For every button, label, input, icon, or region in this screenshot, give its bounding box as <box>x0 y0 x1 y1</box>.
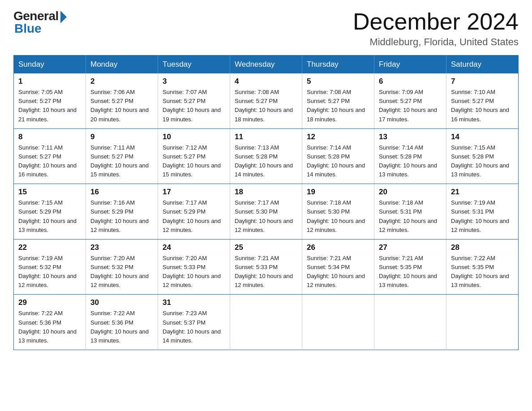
calendar-day-header: Monday <box>86 56 158 74</box>
calendar-week-row: 22 Sunrise: 7:19 AM Sunset: 5:32 PM Dayl… <box>14 239 519 295</box>
page-header: General Blue December 2024 Middleburg, F… <box>13 9 519 48</box>
day-info: Sunrise: 7:12 AM Sunset: 5:27 PM Dayligh… <box>163 143 225 180</box>
day-info: Sunrise: 7:20 AM Sunset: 5:33 PM Dayligh… <box>163 254 225 290</box>
calendar-cell: 4 Sunrise: 7:08 AM Sunset: 5:27 PM Dayli… <box>230 73 302 128</box>
calendar-day-header: Friday <box>374 56 446 74</box>
calendar-cell: 8 Sunrise: 7:11 AM Sunset: 5:27 PM Dayli… <box>14 128 86 184</box>
calendar-cell: 3 Sunrise: 7:07 AM Sunset: 5:27 PM Dayli… <box>158 73 230 128</box>
day-info: Sunrise: 7:08 AM Sunset: 5:27 PM Dayligh… <box>235 88 297 124</box>
day-info: Sunrise: 7:08 AM Sunset: 5:27 PM Dayligh… <box>307 88 369 124</box>
day-info: Sunrise: 7:16 AM Sunset: 5:29 PM Dayligh… <box>90 198 153 235</box>
day-number: 5 <box>307 77 369 86</box>
day-number: 1 <box>18 77 81 86</box>
calendar-cell: 23 Sunrise: 7:20 AM Sunset: 5:32 PM Dayl… <box>86 239 158 295</box>
day-number: 27 <box>379 243 442 252</box>
calendar-cell: 17 Sunrise: 7:17 AM Sunset: 5:29 PM Dayl… <box>158 184 230 240</box>
day-number: 12 <box>307 133 369 141</box>
title-block: December 2024 Middleburg, Florida, Unite… <box>353 9 519 48</box>
day-info: Sunrise: 7:05 AM Sunset: 5:27 PM Dayligh… <box>18 88 81 124</box>
day-info: Sunrise: 7:10 AM Sunset: 5:27 PM Dayligh… <box>451 88 514 124</box>
calendar-cell: 13 Sunrise: 7:14 AM Sunset: 5:28 PM Dayl… <box>374 128 446 184</box>
day-info: Sunrise: 7:19 AM Sunset: 5:31 PM Dayligh… <box>451 198 514 235</box>
calendar-cell: 1 Sunrise: 7:05 AM Sunset: 5:27 PM Dayli… <box>14 73 86 128</box>
day-number: 24 <box>163 243 225 252</box>
day-info: Sunrise: 7:22 AM Sunset: 5:35 PM Dayligh… <box>451 254 514 290</box>
calendar-day-header: Wednesday <box>230 56 302 74</box>
day-info: Sunrise: 7:21 AM Sunset: 5:34 PM Dayligh… <box>307 254 369 290</box>
day-number: 23 <box>90 243 153 252</box>
day-info: Sunrise: 7:17 AM Sunset: 5:29 PM Dayligh… <box>163 198 225 235</box>
day-number: 31 <box>163 298 225 307</box>
day-number: 8 <box>18 133 81 141</box>
day-number: 4 <box>235 77 297 86</box>
day-number: 28 <box>451 243 514 252</box>
calendar-cell: 27 Sunrise: 7:21 AM Sunset: 5:35 PM Dayl… <box>374 239 446 295</box>
calendar-cell: 28 Sunrise: 7:22 AM Sunset: 5:35 PM Dayl… <box>446 239 519 295</box>
calendar-cell: 19 Sunrise: 7:18 AM Sunset: 5:30 PM Dayl… <box>302 184 374 240</box>
day-info: Sunrise: 7:23 AM Sunset: 5:37 PM Dayligh… <box>163 309 225 345</box>
day-number: 30 <box>90 298 153 307</box>
calendar-week-row: 15 Sunrise: 7:15 AM Sunset: 5:29 PM Dayl… <box>14 184 519 240</box>
day-number: 29 <box>18 298 81 307</box>
day-info: Sunrise: 7:22 AM Sunset: 5:36 PM Dayligh… <box>90 309 153 345</box>
calendar-cell: 9 Sunrise: 7:11 AM Sunset: 5:27 PM Dayli… <box>86 128 158 184</box>
calendar-cell: 18 Sunrise: 7:17 AM Sunset: 5:30 PM Dayl… <box>230 184 302 240</box>
calendar-cell: 20 Sunrise: 7:18 AM Sunset: 5:31 PM Dayl… <box>374 184 446 240</box>
day-number: 20 <box>379 188 442 197</box>
calendar-cell: 22 Sunrise: 7:19 AM Sunset: 5:32 PM Dayl… <box>14 239 86 295</box>
calendar-cell: 2 Sunrise: 7:06 AM Sunset: 5:27 PM Dayli… <box>86 73 158 128</box>
calendar-week-row: 29 Sunrise: 7:22 AM Sunset: 5:36 PM Dayl… <box>14 295 519 350</box>
day-number: 3 <box>163 77 225 86</box>
day-number: 6 <box>379 77 442 86</box>
day-info: Sunrise: 7:14 AM Sunset: 5:28 PM Dayligh… <box>307 143 369 180</box>
calendar-cell: 7 Sunrise: 7:10 AM Sunset: 5:27 PM Dayli… <box>446 73 519 128</box>
calendar-week-row: 8 Sunrise: 7:11 AM Sunset: 5:27 PM Dayli… <box>14 128 519 184</box>
day-number: 22 <box>18 243 81 252</box>
calendar-cell: 30 Sunrise: 7:22 AM Sunset: 5:36 PM Dayl… <box>86 295 158 350</box>
day-info: Sunrise: 7:22 AM Sunset: 5:36 PM Dayligh… <box>18 309 81 345</box>
logo-blue-text: Blue <box>14 21 42 36</box>
day-info: Sunrise: 7:06 AM Sunset: 5:27 PM Dayligh… <box>90 88 153 124</box>
day-number: 11 <box>235 133 297 141</box>
day-number: 9 <box>90 133 153 141</box>
calendar-cell: 10 Sunrise: 7:12 AM Sunset: 5:27 PM Dayl… <box>158 128 230 184</box>
day-number: 2 <box>90 77 153 86</box>
calendar-cell <box>230 295 302 350</box>
calendar-cell: 29 Sunrise: 7:22 AM Sunset: 5:36 PM Dayl… <box>14 295 86 350</box>
day-info: Sunrise: 7:09 AM Sunset: 5:27 PM Dayligh… <box>379 88 442 124</box>
month-title: December 2024 <box>353 9 519 34</box>
day-number: 17 <box>163 188 225 197</box>
day-number: 13 <box>379 133 442 141</box>
day-number: 26 <box>307 243 369 252</box>
day-number: 25 <box>235 243 297 252</box>
calendar-cell: 21 Sunrise: 7:19 AM Sunset: 5:31 PM Dayl… <box>446 184 519 240</box>
day-info: Sunrise: 7:11 AM Sunset: 5:27 PM Dayligh… <box>18 143 81 180</box>
location: Middleburg, Florida, United States <box>353 36 519 48</box>
calendar-cell <box>302 295 374 350</box>
day-info: Sunrise: 7:15 AM Sunset: 5:28 PM Dayligh… <box>451 143 514 180</box>
day-info: Sunrise: 7:21 AM Sunset: 5:33 PM Dayligh… <box>235 254 297 290</box>
day-info: Sunrise: 7:20 AM Sunset: 5:32 PM Dayligh… <box>90 254 153 290</box>
day-info: Sunrise: 7:11 AM Sunset: 5:27 PM Dayligh… <box>90 143 153 180</box>
day-info: Sunrise: 7:18 AM Sunset: 5:30 PM Dayligh… <box>307 198 369 235</box>
calendar-cell: 11 Sunrise: 7:13 AM Sunset: 5:28 PM Dayl… <box>230 128 302 184</box>
calendar-cell: 24 Sunrise: 7:20 AM Sunset: 5:33 PM Dayl… <box>158 239 230 295</box>
calendar-day-header: Sunday <box>14 56 86 74</box>
calendar-table: SundayMondayTuesdayWednesdayThursdayFrid… <box>13 55 519 350</box>
calendar-cell: 26 Sunrise: 7:21 AM Sunset: 5:34 PM Dayl… <box>302 239 374 295</box>
calendar-day-header: Saturday <box>446 56 519 74</box>
calendar-cell: 15 Sunrise: 7:15 AM Sunset: 5:29 PM Dayl… <box>14 184 86 240</box>
calendar-week-row: 1 Sunrise: 7:05 AM Sunset: 5:27 PM Dayli… <box>14 73 519 128</box>
calendar-cell: 31 Sunrise: 7:23 AM Sunset: 5:37 PM Dayl… <box>158 295 230 350</box>
logo-triangle-icon <box>60 11 67 23</box>
day-info: Sunrise: 7:17 AM Sunset: 5:30 PM Dayligh… <box>235 198 297 235</box>
calendar-cell: 6 Sunrise: 7:09 AM Sunset: 5:27 PM Dayli… <box>374 73 446 128</box>
day-info: Sunrise: 7:18 AM Sunset: 5:31 PM Dayligh… <box>379 198 442 235</box>
calendar-day-header: Thursday <box>302 56 374 74</box>
day-number: 10 <box>163 133 225 141</box>
calendar-cell: 25 Sunrise: 7:21 AM Sunset: 5:33 PM Dayl… <box>230 239 302 295</box>
day-info: Sunrise: 7:15 AM Sunset: 5:29 PM Dayligh… <box>18 198 81 235</box>
calendar-day-header: Tuesday <box>158 56 230 74</box>
day-number: 7 <box>451 77 514 86</box>
day-info: Sunrise: 7:13 AM Sunset: 5:28 PM Dayligh… <box>235 143 297 180</box>
